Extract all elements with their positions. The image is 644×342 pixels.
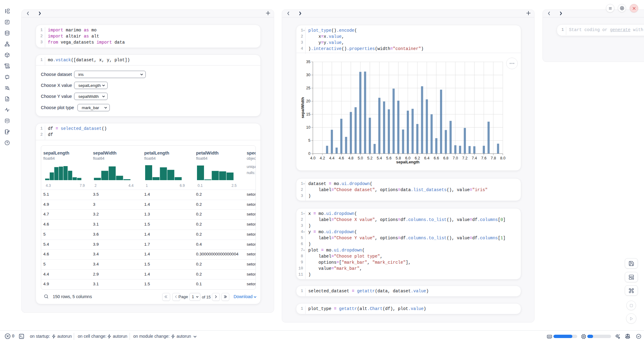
svg-text:0: 0	[308, 151, 310, 156]
svg-text:4.2: 4.2	[320, 156, 325, 160]
svg-text:7.2: 7.2	[462, 156, 467, 160]
svg-text:6.6: 6.6	[434, 156, 439, 160]
svg-text:7.6: 7.6	[481, 156, 486, 160]
svg-text:6.4: 6.4	[424, 156, 429, 160]
svg-text:15: 15	[306, 112, 310, 116]
svg-text:sepalWidth: sepalWidth	[300, 97, 305, 118]
svg-text:5.6: 5.6	[386, 156, 392, 160]
svg-text:4.6: 4.6	[339, 156, 344, 160]
svg-text:6.8: 6.8	[443, 156, 448, 160]
svg-text:5.2: 5.2	[367, 156, 372, 160]
svg-text:sepalLength: sepalLength	[396, 160, 420, 164]
svg-text:5: 5	[308, 138, 310, 143]
svg-text:10: 10	[306, 125, 310, 130]
svg-text:8.0: 8.0	[500, 156, 505, 160]
svg-text:7.4: 7.4	[472, 156, 477, 160]
svg-text:35: 35	[306, 60, 310, 64]
svg-text:5.4: 5.4	[377, 156, 382, 160]
svg-text:4.8: 4.8	[348, 156, 353, 160]
svg-text:5.0: 5.0	[358, 156, 363, 160]
svg-text:7.0: 7.0	[453, 156, 458, 160]
svg-text:4.4: 4.4	[329, 156, 335, 160]
svg-text:25: 25	[306, 86, 310, 90]
svg-text:7.8: 7.8	[491, 156, 496, 160]
svg-text:30: 30	[306, 73, 310, 77]
svg-text:4.0: 4.0	[310, 156, 315, 160]
svg-text:20: 20	[306, 99, 310, 103]
